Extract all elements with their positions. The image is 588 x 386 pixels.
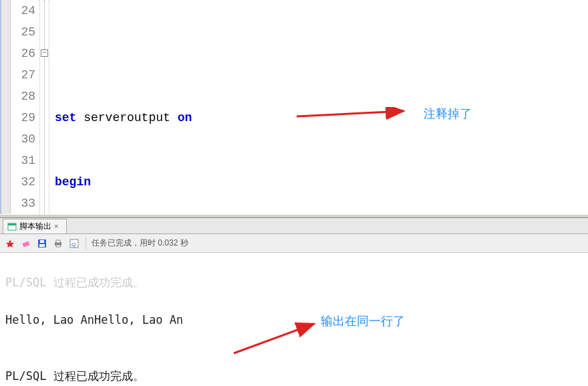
line-number: 28 — [11, 86, 35, 107]
line-number: 29 — [11, 107, 35, 128]
line-number: 31 — [11, 150, 35, 171]
line-number-gutter: 24 25 26 27 28 29 30 31 32 33 — [11, 0, 40, 214]
svg-rect-10 — [56, 240, 60, 243]
annotation-output: 输出在同一行了 — [321, 312, 405, 330]
save-icon[interactable] — [36, 237, 48, 250]
pin-icon[interactable] — [4, 237, 16, 250]
print-icon[interactable] — [52, 237, 64, 250]
svg-rect-5 — [22, 241, 29, 247]
status-text: 任务已完成，用时 0.032 秒 — [92, 237, 188, 249]
line-number: 30 — [11, 128, 35, 150]
output-toolbar: Q 任务已完成，用时 0.032 秒 — [0, 234, 588, 253]
separator — [86, 237, 86, 250]
run-sql-icon[interactable]: Q — [68, 237, 80, 250]
code-editor[interactable]: 24 25 26 27 28 29 30 31 32 33 − set serv… — [0, 0, 588, 214]
line-number: 26 — [11, 43, 35, 64]
line-number: 32 — [11, 171, 35, 193]
output-line: PL/SQL 过程已成功完成。 — [5, 367, 583, 385]
line-number: 33 — [11, 193, 35, 214]
line-number: 27 — [11, 64, 35, 86]
svg-rect-8 — [40, 240, 44, 243]
code-line[interactable]: set serveroutput on — [52, 107, 588, 128]
line-number: 24 — [11, 0, 35, 21]
svg-rect-3 — [8, 223, 16, 225]
svg-rect-7 — [39, 244, 45, 247]
output-body[interactable]: PL/SQL 过程已成功完成。 Hello, Lao AnHello, Lao … — [0, 253, 588, 386]
fold-column[interactable]: − — [40, 0, 49, 214]
svg-marker-4 — [6, 239, 14, 248]
editor-scrollbar[interactable] — [1, 0, 11, 214]
svg-rect-11 — [56, 245, 60, 247]
output-line: Hello, Lao AnHello, Lao An — [5, 310, 583, 329]
eraser-icon[interactable] — [20, 237, 32, 250]
code-line[interactable]: begin — [52, 171, 588, 193]
fold-toggle-icon[interactable]: − — [41, 50, 48, 57]
tab-label: 脚本输出 — [19, 221, 51, 232]
tab-script-output[interactable]: 脚本输出 × — [3, 219, 67, 233]
script-output-icon — [7, 222, 17, 231]
output-tabbar: 脚本输出 × — [0, 218, 588, 234]
code-line[interactable] — [52, 43, 588, 64]
annotation-comment: 注释掉了 — [424, 103, 472, 124]
line-number: 25 — [11, 21, 35, 43]
svg-text:Q: Q — [71, 242, 76, 248]
output-line: PL/SQL 过程已成功完成。 — [5, 273, 583, 292]
code-area[interactable]: set serveroutput on begin dbms_output.pu… — [49, 0, 588, 214]
close-icon[interactable]: × — [54, 223, 62, 231]
